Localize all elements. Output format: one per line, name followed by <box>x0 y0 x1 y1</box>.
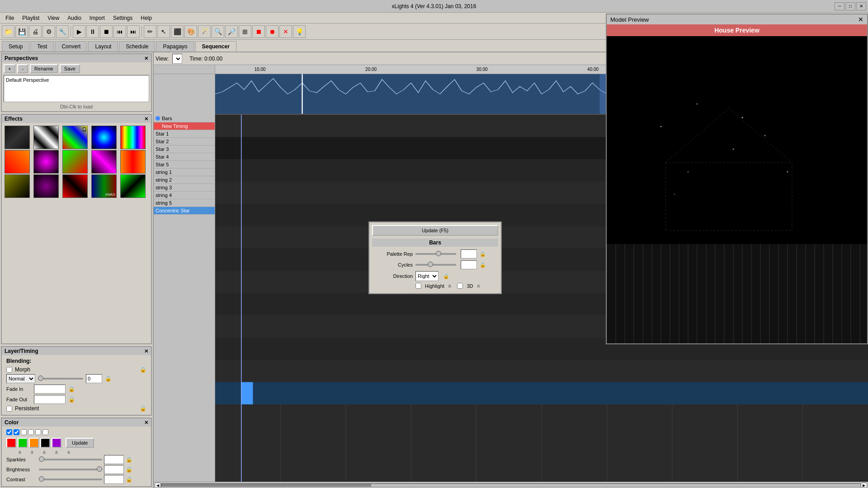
cycles-thumb[interactable] <box>428 262 433 267</box>
select-button[interactable]: ↖ <box>157 25 170 38</box>
bulb-button[interactable]: 💡 <box>293 25 306 38</box>
model-preview-close-button[interactable]: ✕ <box>858 16 863 23</box>
brightness-input[interactable]: 100 <box>104 465 124 474</box>
color-check-3[interactable] <box>21 429 27 435</box>
direction-select[interactable]: RightLeftUpDown <box>415 271 439 281</box>
fade-in-lock[interactable]: 🔒 <box>68 386 75 392</box>
persistent-lock[interactable]: 🔒 <box>140 405 146 412</box>
brightness-slider[interactable] <box>39 469 102 470</box>
color-check-1[interactable] <box>6 429 12 435</box>
contrast-slider[interactable] <box>39 479 102 480</box>
track-string2[interactable]: string 2 <box>154 176 215 184</box>
tab-layout[interactable]: Layout <box>88 41 118 52</box>
cycles-lock[interactable]: 🔒 <box>480 262 486 268</box>
sparkles-slider[interactable] <box>39 459 102 460</box>
menu-playlist[interactable]: Playlist <box>19 14 43 22</box>
tool4-button[interactable]: ⚙ <box>42 25 55 38</box>
layer-timing-close[interactable]: ✕ <box>144 348 148 354</box>
color-check-5[interactable] <box>35 429 41 435</box>
fade-in-input[interactable]: 0.00 <box>34 385 66 394</box>
effects-close[interactable]: ✕ <box>144 116 148 122</box>
swatch-red[interactable] <box>6 438 16 448</box>
morph-lock[interactable]: 🔒 <box>140 366 146 373</box>
save-perspective-button[interactable]: Save <box>60 64 80 73</box>
color-update-button[interactable]: Update <box>66 438 94 448</box>
zoom-in-button[interactable]: 🔍 <box>212 25 224 38</box>
swatch-orange[interactable] <box>29 438 39 448</box>
stop-button[interactable]: ⏹ <box>100 25 113 38</box>
scrollbar-thumb[interactable] <box>161 484 371 487</box>
effect-thumb-2[interactable] <box>33 126 59 149</box>
menu-audio[interactable]: Audio <box>64 14 85 22</box>
color-check-4[interactable] <box>28 429 34 435</box>
rewind-button[interactable]: ⏮ <box>113 25 126 38</box>
add-perspective-button[interactable]: + <box>4 64 15 73</box>
perspectives-close[interactable]: ✕ <box>144 56 148 61</box>
cycles-input[interactable]: 1.4 <box>461 260 477 269</box>
tab-test[interactable]: Test <box>30 41 54 52</box>
effect-thumb-13[interactable] <box>62 174 88 198</box>
palette-rep-thumb[interactable] <box>436 251 441 256</box>
zoom-fit-button[interactable]: ⊞ <box>239 25 251 38</box>
color-close[interactable]: ✕ <box>144 420 148 426</box>
swatch-green[interactable] <box>18 438 28 448</box>
record-button[interactable]: ⏺ <box>266 25 278 38</box>
save-button[interactable]: 💾 <box>15 25 28 38</box>
zoom-out-button[interactable]: 🔎 <box>225 25 238 38</box>
effect-thumb-6[interactable] <box>5 150 30 174</box>
cycles-slider[interactable] <box>415 264 456 266</box>
track-bars[interactable]: Bars <box>154 115 215 122</box>
color-check-6[interactable] <box>42 429 48 435</box>
play-button[interactable]: ▶ <box>73 25 85 38</box>
direction-lock[interactable]: 🔒 <box>443 273 449 279</box>
track-string5[interactable]: string 5 <box>154 199 215 207</box>
contrast-input[interactable]: 0 <box>104 475 124 484</box>
tab-papagayo[interactable]: Papagayo <box>156 41 194 52</box>
three-d-checkbox[interactable] <box>457 283 463 289</box>
remove-perspective-button[interactable]: - <box>17 64 28 73</box>
effect-thumb-14[interactable]: XMAS <box>91 174 117 198</box>
fade-out-input[interactable]: 0.00 <box>34 395 66 404</box>
color-button[interactable]: 🎨 <box>184 25 197 38</box>
wand-button[interactable]: 🪄 <box>198 25 211 38</box>
tool3-button[interactable]: 🖨 <box>29 25 42 38</box>
h-scrollbar[interactable]: ◀ ▶ <box>154 482 868 488</box>
effect-thumb-12[interactable] <box>33 174 59 198</box>
maximize-button[interactable]: □ <box>845 2 855 10</box>
brightness-lock[interactable]: 🔒 <box>126 466 132 473</box>
track-string3[interactable]: string 3 <box>154 184 215 192</box>
draw-button[interactable]: ✏ <box>144 25 156 38</box>
palette-rep-input[interactable]: 2 <box>461 249 477 258</box>
palette-rep-slider[interactable] <box>415 253 456 255</box>
sparkles-lock[interactable]: 🔒 <box>126 456 132 463</box>
sparkles-input[interactable]: 0 <box>104 455 124 464</box>
scroll-left-button[interactable]: ◀ <box>155 483 161 488</box>
track-star3[interactable]: Star 3 <box>154 145 215 153</box>
perspectives-list[interactable]: Default Perspective <box>4 75 149 102</box>
rename-perspective-button[interactable]: Rename <box>30 64 58 73</box>
effect-thumb-11[interactable] <box>5 174 30 198</box>
menu-file[interactable]: File <box>2 14 18 22</box>
swatch-black[interactable] <box>40 438 50 448</box>
normal-slider[interactable] <box>38 378 83 380</box>
track-new-timing[interactable]: New Timing <box>154 122 215 130</box>
normal-value[interactable] <box>86 374 102 383</box>
forward-button[interactable]: ⏭ <box>127 25 140 38</box>
highlight-checkbox[interactable] <box>415 283 421 289</box>
close-button[interactable]: ✕ <box>856 2 866 10</box>
stop-red-button[interactable]: ⏹ <box>252 25 265 38</box>
effect-thumb-15[interactable] <box>120 174 146 198</box>
normal-select[interactable]: Normal Dissolve Average <box>6 374 35 383</box>
perspective-item[interactable]: Default Perspective <box>6 77 147 83</box>
normal-lock[interactable]: 🔒 <box>105 375 112 382</box>
effect-thumb-10[interactable] <box>120 150 146 174</box>
menu-help[interactable]: Help <box>137 14 156 22</box>
color-check-2[interactable] <box>14 429 19 435</box>
open-folder-button[interactable]: 📁 <box>2 25 14 38</box>
persistent-checkbox[interactable] <box>6 406 12 412</box>
track-star1[interactable]: Star 1 <box>154 130 215 138</box>
track-star5[interactable]: Star 5 <box>154 161 215 169</box>
tab-sequencer[interactable]: Sequencer <box>195 41 236 52</box>
update-f5-button[interactable]: Update (F5) <box>372 225 498 236</box>
effect-thumb-4[interactable] <box>91 126 117 149</box>
